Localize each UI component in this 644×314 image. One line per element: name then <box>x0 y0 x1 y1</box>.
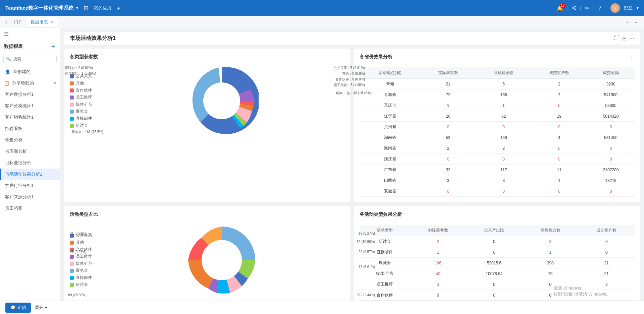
sidebar-item-4[interactable]: 销售分析 <box>0 134 60 146</box>
table-row: 展览会16652015.639821 <box>360 258 635 268</box>
legend-dot <box>70 88 74 92</box>
tab-forward-button[interactable]: › <box>624 18 631 26</box>
table-cell: 2 <box>522 236 578 247</box>
table-cell: 21 <box>579 268 635 279</box>
table-row: 湖南省531494531400 <box>360 132 635 143</box>
sidebar-item-0[interactable]: 客户数据分析1 <box>0 89 60 100</box>
sidebar-add-button[interactable]: ＋ <box>50 43 56 51</box>
help-icon[interactable]: ? <box>598 5 601 11</box>
table-cell: 26 <box>420 111 476 122</box>
sidebar-title: 数据报表 <box>4 44 23 50</box>
table-cell: 6 <box>476 79 532 89</box>
legend-item: 员工推荐 <box>70 254 93 259</box>
qixin-button[interactable]: 💬 企信 <box>5 303 31 313</box>
sidebar-item-10[interactable]: 员工档案 <box>0 203 60 214</box>
sidebar-item-my-created[interactable]: 👤 我创建的 <box>0 66 60 77</box>
table-cell: 0 <box>410 290 466 301</box>
table-cell: 0 <box>587 122 635 132</box>
expand-button[interactable]: 展开 ▾ <box>35 305 47 311</box>
page-title-bar: 市场活动效果分析1 ⛶ ⊟ ⋯ <box>64 32 640 45</box>
chart2-pie: 19 (6.27%) 32 (10.56%) 29 (9.57%) 17 (5.… <box>98 222 345 299</box>
sidebar-item-label-2: 客户销售统计1 <box>5 114 34 120</box>
table-row: 安徽省0000 <box>360 186 635 197</box>
more-options-icon[interactable]: ⋯ <box>629 35 635 42</box>
my-created-icon: 👤 <box>5 69 10 74</box>
pie-label: 展览会：166 (76.5%) <box>71 130 103 134</box>
tab-portal-label: 门户 <box>14 19 22 25</box>
sidebar-item-5[interactable]: 供应商分析 <box>0 146 60 157</box>
sidebar-item-3[interactable]: 招聘看板 <box>0 123 60 134</box>
legend-dot <box>70 96 74 100</box>
table-cell: 166 <box>410 258 466 268</box>
fullscreen-icon[interactable]: ⛶ <box>614 35 620 42</box>
tab-more-button[interactable]: ··· <box>632 18 641 26</box>
table2-header: 活动类型 实际获客数 投入产出比 商机机会数 成交客户数 <box>360 225 635 236</box>
table-cell: 0 <box>531 186 587 197</box>
table-row: 辽宁省2662195014320 <box>360 111 635 122</box>
top-nav: Teamface数字一体化管理系统 ▾ ⊞ 我的应用 ＋ 🔔 16 | ⑆ | … <box>0 0 644 16</box>
notification-button[interactable]: 🔔 16 <box>557 5 564 11</box>
legend-dot <box>70 117 74 121</box>
sidebar-item-label-1: 客户分类统计1 <box>5 103 34 109</box>
tab-close-button[interactable]: ✕ <box>51 20 54 24</box>
add-app-button[interactable]: ＋ <box>115 4 121 12</box>
th-opps: 商机机会数 <box>522 225 578 236</box>
username-label[interactable]: 彭立 <box>624 5 633 11</box>
org-icon[interactable]: ⑆ <box>573 5 576 11</box>
page-title: 市场活动效果分析1 <box>70 35 116 42</box>
top-nav-right: 🔔 16 | ⑆ | ✏ | ? | 彭 彭立 ▾ <box>557 3 639 13</box>
sidebar-toggle[interactable]: ☰ <box>0 28 60 40</box>
grid-icon[interactable]: ⊞ <box>84 4 89 12</box>
legend-item: 合作伙伴 <box>70 87 93 93</box>
table-cell: 0 <box>466 236 522 247</box>
table-cell: 40 <box>410 268 466 279</box>
sidebar-section-shared[interactable]: 📋 分享给我的 ▾ <box>0 77 60 89</box>
legend-item: 直接邮件 <box>70 275 93 280</box>
sidebar-item-8[interactable]: 客户行业分析1 <box>0 180 60 191</box>
table-cell: 海南省 <box>360 143 420 154</box>
table-cell: 0 <box>531 143 587 154</box>
table-cell: 3200 <box>587 79 635 89</box>
table-row: 合作伙伴000 <box>360 290 635 301</box>
table-cell: 7 <box>531 89 587 100</box>
table-cell: 0 <box>522 290 578 301</box>
sidebar-item-label-4: 销售分析 <box>5 137 22 143</box>
chart1-pie: 公共关系：5 (2.31%) 其他：0 (0.0%) 合作伙伴：0 (0.0%)… <box>98 64 345 138</box>
table-cell: 员工推荐 <box>360 279 410 290</box>
sidebar-item-label-3: 招聘看板 <box>5 126 22 132</box>
tab-back-button[interactable]: ‹ <box>3 18 10 26</box>
sidebar-item-6[interactable]: 目标业绩分析 <box>0 157 60 169</box>
tab-reports[interactable]: 数据报表 ✕ <box>26 17 58 27</box>
filter-icon[interactable]: ⊟ <box>622 35 627 42</box>
table-cell: 4 <box>531 132 587 143</box>
my-apps-label[interactable]: 我的应用 <box>94 5 111 11</box>
table-cell: 62 <box>476 111 532 122</box>
table-cell: 0 <box>420 122 476 132</box>
table-cell: 75 <box>522 268 578 279</box>
table-cell: 2 <box>531 79 587 89</box>
edit-icon[interactable]: ✏ <box>585 5 589 11</box>
table-card-2: 各活动类型效果分析 活动类型 实际获客数 投入产出比 商机机会数 成交客户数 研… <box>354 206 640 314</box>
pie-label: 公共关系：5 (2.31%) <box>334 66 365 70</box>
table1-title: 各省份效果分析 <box>360 54 392 60</box>
tab-portal[interactable]: 门户 <box>10 17 26 27</box>
sidebar-item-2[interactable]: 客户销售统计1 <box>0 112 60 123</box>
table-cell: 1 <box>522 247 578 258</box>
table-cell: 19 <box>531 111 587 122</box>
sidebar-item-7[interactable]: 市场活动效果分析1 <box>0 169 60 180</box>
username-dropdown[interactable]: ▾ <box>637 6 639 10</box>
sidebar-item-1[interactable]: 客户分类统计1 <box>0 100 60 112</box>
user-avatar[interactable]: 彭 <box>610 3 620 13</box>
pie-label: 员工推荐：3 (1.38%) <box>334 83 365 87</box>
legend-item: 员工推荐 <box>70 95 93 100</box>
table-row: 青海省721357541900 <box>360 89 635 100</box>
sidebar-item-label-9: 客户来源分析1 <box>5 194 34 200</box>
table1-more-icon[interactable]: ⋮ <box>629 56 635 62</box>
charts-grid-bottom: 活动类型占比 公共关系 其他 合作伙伴 <box>64 206 640 314</box>
table-cell: 52015.6 <box>466 258 522 268</box>
pie-label: 合作伙伴：0 (0.0%) <box>335 77 365 82</box>
search-input[interactable] <box>3 55 57 63</box>
table-row: 浙江省0000 <box>360 154 635 165</box>
sidebar-item-9[interactable]: 客户来源分析1 <box>0 191 60 203</box>
nav-dropdown-arrow[interactable]: ▾ <box>76 6 78 10</box>
